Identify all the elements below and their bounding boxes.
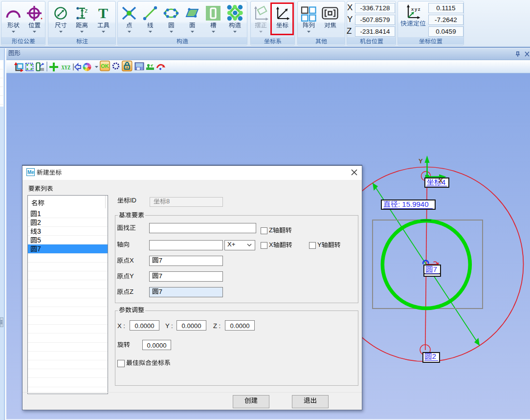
svg-text:Z: Z [269,227,273,234]
svg-text:7: 7 [159,273,163,280]
svg-text:5: 5 [37,237,41,244]
svg-text:X+: X+ [227,242,235,248]
svg-text:7: 7 [433,266,438,273]
svg-text:7: 7 [159,288,163,295]
svg-text:ID: ID [130,198,136,204]
svg-text:2: 2 [37,220,41,226]
svg-text:7: 7 [37,246,41,253]
svg-text:Y: Y [130,273,134,280]
svg-text:2: 2 [432,353,437,360]
svg-text:1: 1 [37,211,41,218]
svg-text:X: X [269,242,273,248]
svg-text:X: X [439,177,443,184]
svg-text:: 15.9940: : 15.9940 [398,201,429,208]
svg-text:Y: Y [419,157,423,165]
svg-text:3: 3 [37,228,41,235]
svg-text:8: 8 [166,199,170,205]
svg-text:7: 7 [159,257,163,264]
svg-text:X: X [130,258,134,264]
svg-text:Z: Z [130,289,133,295]
svg-text:Y: Y [317,242,322,248]
